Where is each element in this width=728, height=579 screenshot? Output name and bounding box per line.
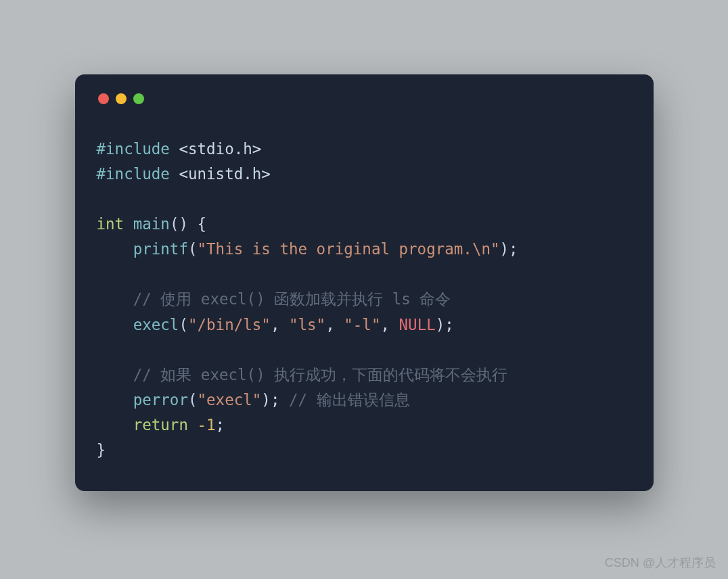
num-neg1: -1 — [198, 416, 216, 434]
titlebar — [97, 93, 632, 104]
code-block: #include <stdio.h> #include <unistd.h> i… — [97, 137, 632, 463]
kw-return: return — [133, 416, 188, 434]
prep-2: #include — [97, 165, 170, 183]
str-msg: "This is the original program.\n" — [198, 240, 500, 258]
fn-execl: execl — [133, 316, 179, 333]
hdr-2: <unistd.h> — [179, 165, 270, 183]
watermark: CSDN @人才程序员 — [605, 555, 716, 571]
kw-int: int — [97, 215, 124, 233]
minimize-icon[interactable] — [116, 93, 127, 104]
fn-main: main — [133, 215, 170, 233]
zoom-icon[interactable] — [133, 93, 144, 104]
hdr-1: <stdio.h> — [179, 140, 261, 158]
null-kw: NULL — [399, 316, 436, 333]
comment-3: // 输出错误信息 — [289, 391, 410, 409]
prep-1: #include — [97, 140, 170, 158]
code-window: #include <stdio.h> #include <unistd.h> i… — [75, 74, 654, 492]
fn-perror: perror — [133, 391, 188, 409]
close-icon[interactable] — [98, 93, 109, 104]
fn-printf: printf — [133, 240, 188, 258]
comment-1: // 使用 execl() 函数加载并执行 ls 命令 — [133, 290, 451, 308]
comment-2: // 如果 execl() 执行成功，下面的代码将不会执行 — [133, 366, 508, 384]
